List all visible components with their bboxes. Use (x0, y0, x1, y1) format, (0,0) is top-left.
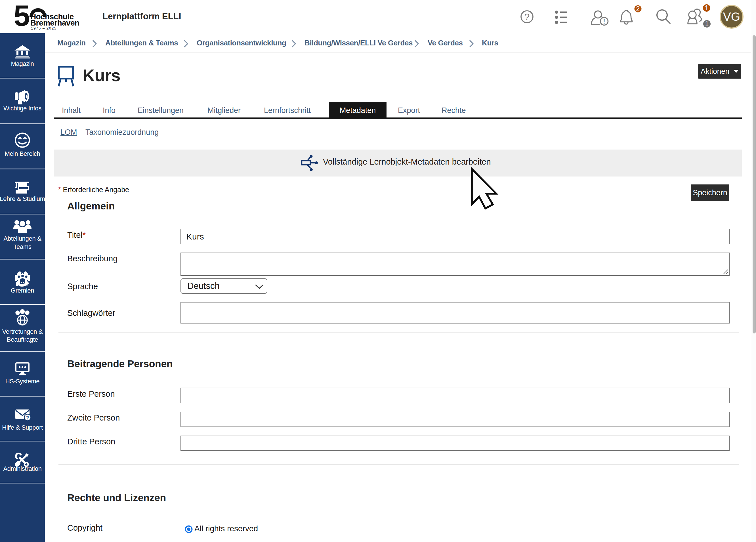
svg-text:Magazin: Magazin (11, 60, 34, 67)
svg-text:Wichtige Infos: Wichtige Infos (3, 105, 41, 112)
svg-text:Teams: Teams (13, 243, 31, 250)
svg-text:1: 1 (705, 4, 709, 12)
svg-text:1975 – 2025: 1975 – 2025 (31, 26, 56, 30)
svg-text:Lehre & Studium: Lehre & Studium (0, 195, 45, 202)
svg-text:HS-Systeme: HS-Systeme (5, 378, 40, 385)
svg-text:2: 2 (636, 5, 640, 12)
svg-text:Hilfe & Support: Hilfe & Support (2, 424, 43, 431)
svg-text:?: ? (524, 12, 530, 22)
svg-text:Mein Bereich: Mein Bereich (5, 150, 40, 157)
svg-text:Beauftragte: Beauftragte (7, 336, 38, 343)
svg-text:5: 5 (14, 0, 30, 32)
svg-text:Gremien: Gremien (11, 287, 34, 294)
svg-text:Abteilungen &: Abteilungen & (3, 235, 41, 242)
svg-text:!: ! (603, 18, 605, 25)
svg-text:?: ? (26, 415, 29, 421)
svg-text:1: 1 (705, 20, 709, 28)
svg-text:Administration: Administration (3, 465, 41, 472)
svg-text:VG: VG (723, 10, 740, 23)
svg-text:Vertretungen &: Vertretungen & (2, 328, 43, 335)
